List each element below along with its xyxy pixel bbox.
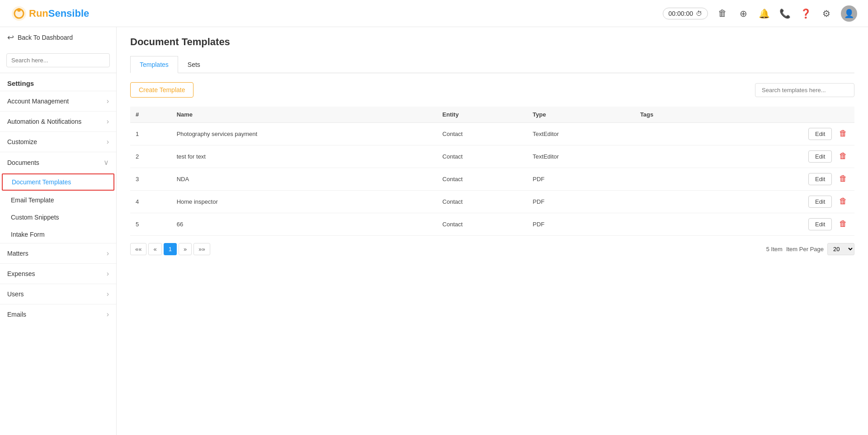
sidebar-item-users[interactable]: Users › bbox=[0, 284, 116, 304]
sidebar-item-document-templates[interactable]: Document Templates bbox=[2, 173, 114, 191]
app-header: RunSensible 00:00:00 ⏱ 🗑 ⊕ 🔔 📞 ❓ ⚙ 👤 bbox=[0, 0, 868, 27]
pagination-first[interactable]: «« bbox=[130, 243, 146, 255]
pagination-last[interactable]: »» bbox=[193, 243, 210, 255]
timer-icon[interactable]: ⏱ bbox=[696, 10, 702, 17]
settings-section-label: Settings bbox=[0, 73, 116, 91]
page-title: Document Templates bbox=[130, 36, 854, 48]
cell-name: NDA bbox=[171, 168, 437, 191]
sidebar-search-input[interactable] bbox=[6, 53, 110, 67]
cell-tags bbox=[635, 145, 705, 168]
sidebar-item-documents[interactable]: Documents ∨ bbox=[0, 152, 116, 173]
cell-entity: Contact bbox=[437, 123, 528, 145]
chevron-right-icon: › bbox=[107, 270, 109, 278]
delete-button[interactable]: 🗑 bbox=[837, 128, 849, 139]
chevron-right-icon: › bbox=[107, 310, 109, 318]
pagination-next[interactable]: » bbox=[179, 243, 192, 255]
edit-button[interactable]: Edit bbox=[808, 173, 832, 185]
phone-icon[interactable]: 📞 bbox=[778, 7, 791, 20]
create-template-button[interactable]: Create Template bbox=[130, 82, 193, 98]
cell-num: 5 bbox=[130, 213, 171, 236]
sidebar-item-automation-notifications[interactable]: Automation & Notifications › bbox=[0, 111, 116, 131]
app-layout: ↩ Back To Dashboard Settings Account Man… bbox=[0, 27, 868, 435]
templates-table-container: # Name Entity Type Tags 1 Photography se… bbox=[130, 107, 854, 236]
cell-actions: Edit 🗑 bbox=[705, 123, 854, 145]
cell-num: 1 bbox=[130, 123, 171, 145]
sidebar-item-expenses[interactable]: Expenses › bbox=[0, 263, 116, 284]
sidebar-search-container bbox=[0, 48, 116, 73]
sidebar-item-intake-form[interactable]: Intake Form bbox=[0, 226, 116, 243]
table-row: 3 NDA Contact PDF Edit 🗑 bbox=[130, 168, 854, 191]
col-actions bbox=[705, 107, 854, 123]
chevron-right-icon: › bbox=[107, 138, 109, 146]
search-templates-input[interactable] bbox=[755, 83, 854, 97]
cell-entity: Contact bbox=[437, 168, 528, 191]
col-type: Type bbox=[527, 107, 635, 123]
chevron-right-icon: › bbox=[107, 97, 109, 105]
pagination-left: «« « 1 » »» bbox=[130, 243, 210, 255]
cell-type: TextEditor bbox=[527, 145, 635, 168]
documents-sub-menu: Document Templates Email Template Custom… bbox=[0, 173, 116, 243]
col-entity: Entity bbox=[437, 107, 528, 123]
tab-templates[interactable]: Templates bbox=[130, 56, 178, 73]
settings-icon[interactable]: ⚙ bbox=[820, 7, 833, 20]
pagination-current[interactable]: 1 bbox=[164, 243, 177, 255]
cell-entity: Contact bbox=[437, 191, 528, 213]
delete-button[interactable]: 🗑 bbox=[837, 150, 849, 162]
edit-button[interactable]: Edit bbox=[808, 128, 832, 140]
cell-tags bbox=[635, 213, 705, 236]
cell-tags bbox=[635, 168, 705, 191]
delete-button[interactable]: 🗑 bbox=[837, 218, 849, 229]
timer-display: 00:00:00 ⏱ bbox=[663, 8, 708, 19]
cell-name: 66 bbox=[171, 213, 437, 236]
back-to-dashboard[interactable]: ↩ Back To Dashboard bbox=[0, 27, 116, 48]
user-avatar[interactable]: 👤 bbox=[841, 5, 857, 22]
bell-icon[interactable]: 🔔 bbox=[758, 7, 770, 20]
delete-button[interactable]: 🗑 bbox=[837, 196, 849, 207]
cell-tags bbox=[635, 123, 705, 145]
cell-name: Photography services payment bbox=[171, 123, 437, 145]
logo-icon bbox=[11, 5, 27, 22]
table-header-row: # Name Entity Type Tags bbox=[130, 107, 854, 123]
pagination-prev[interactable]: « bbox=[148, 243, 161, 255]
cell-type: PDF bbox=[527, 191, 635, 213]
pagination-right: 5 Item Item Per Page 20 50 100 bbox=[766, 243, 854, 255]
sidebar-item-custom-snippets[interactable]: Custom Snippets bbox=[0, 209, 116, 226]
sidebar-item-matters[interactable]: Matters › bbox=[0, 243, 116, 263]
total-items: 5 Item bbox=[766, 246, 783, 253]
cell-num: 2 bbox=[130, 145, 171, 168]
items-per-page-select[interactable]: 20 50 100 bbox=[827, 243, 854, 255]
chevron-right-icon: › bbox=[107, 290, 109, 298]
chevron-right-icon: › bbox=[107, 117, 109, 126]
table-row: 5 66 Contact PDF Edit 🗑 bbox=[130, 213, 854, 236]
sidebar-item-customize[interactable]: Customize › bbox=[0, 131, 116, 152]
per-page-label: Item Per Page bbox=[786, 246, 824, 253]
table-row: 4 Home inspector Contact PDF Edit 🗑 bbox=[130, 191, 854, 213]
sidebar-item-email-template[interactable]: Email Template bbox=[0, 192, 116, 209]
add-icon[interactable]: ⊕ bbox=[737, 7, 750, 20]
templates-table: # Name Entity Type Tags 1 Photography se… bbox=[130, 107, 854, 236]
trash-icon[interactable]: 🗑 bbox=[716, 7, 729, 20]
tab-sets[interactable]: Sets bbox=[178, 56, 210, 73]
pagination: «« « 1 » »» 5 Item Item Per Page 20 50 1… bbox=[130, 243, 854, 255]
edit-button[interactable]: Edit bbox=[808, 218, 832, 230]
table-body: 1 Photography services payment Contact T… bbox=[130, 123, 854, 236]
edit-button[interactable]: Edit bbox=[808, 150, 832, 163]
help-icon[interactable]: ❓ bbox=[799, 7, 812, 20]
cell-tags bbox=[635, 191, 705, 213]
delete-button[interactable]: 🗑 bbox=[837, 173, 849, 184]
back-arrow-icon: ↩ bbox=[7, 33, 14, 42]
cell-entity: Contact bbox=[437, 213, 528, 236]
header-actions: 00:00:00 ⏱ 🗑 ⊕ 🔔 📞 ❓ ⚙ 👤 bbox=[663, 5, 858, 22]
cell-type: PDF bbox=[527, 168, 635, 191]
edit-button[interactable]: Edit bbox=[808, 196, 832, 208]
cell-type: PDF bbox=[527, 213, 635, 236]
cell-actions: Edit 🗑 bbox=[705, 168, 854, 191]
cell-num: 3 bbox=[130, 168, 171, 191]
sidebar-item-emails[interactable]: Emails › bbox=[0, 304, 116, 324]
sidebar-item-account-management[interactable]: Account Management › bbox=[0, 91, 116, 111]
toolbar: Create Template bbox=[130, 82, 854, 98]
chevron-right-icon: › bbox=[107, 249, 109, 257]
col-num: # bbox=[130, 107, 171, 123]
cell-entity: Contact bbox=[437, 145, 528, 168]
cell-num: 4 bbox=[130, 191, 171, 213]
